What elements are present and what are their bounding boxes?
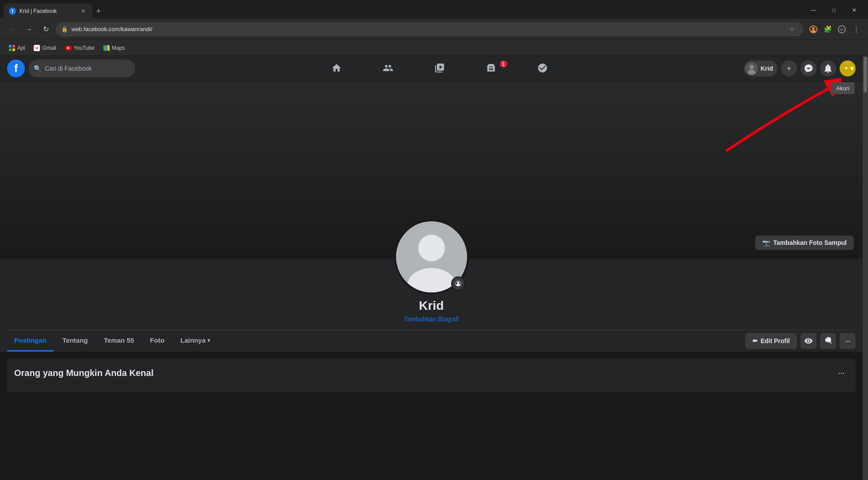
preview-btn[interactable] (801, 333, 816, 349)
fb-search-placeholder: Cari di Facebook (45, 65, 92, 72)
svg-marker-16 (107, 45, 110, 51)
svg-point-24 (457, 282, 459, 284)
tab-foto[interactable]: Foto (143, 330, 171, 352)
bookmark-gmail[interactable]: M Gmail (30, 43, 59, 53)
chevron-down-icon: ▾ (207, 337, 210, 344)
bookmark-apl-label: Apl (17, 45, 25, 51)
ellipsis-icon: ··· (845, 336, 850, 346)
lock-icon: 🔒 (61, 26, 68, 32)
tab-favicon: f (9, 8, 16, 15)
browser-frame: f Krid | Facebook ✕ + — □ ✕ ← → ↻ 🔒 web.… (0, 0, 868, 480)
suggestions-title: Orang yang Mungkin Anda Kenal (14, 368, 154, 378)
create-btn[interactable]: + (781, 60, 797, 76)
fb-nav-home[interactable] (312, 58, 361, 79)
profile-tab-actions: ✏ Edit Profil (745, 333, 856, 349)
tab-tentang[interactable]: Tentang (55, 330, 95, 352)
cover-photo: 📷 Tambahkan Foto Sampul (0, 81, 863, 259)
fb-nav-center: 1 (139, 58, 740, 79)
fb-nav-right: Krid + (744, 60, 856, 76)
pencil-icon: ✏ (753, 337, 758, 344)
refresh-button[interactable]: ↻ (39, 23, 52, 36)
back-button[interactable]: ← (5, 23, 19, 36)
add-cover-photo-btn[interactable]: 📷 Tambahkan Foto Sampul (755, 236, 854, 250)
svg-text:f: f (12, 8, 13, 14)
menu-btn[interactable]: ⋮ (849, 23, 863, 36)
svg-point-3 (812, 27, 815, 30)
scrollbar[interactable] (863, 56, 868, 480)
fb-nav-friends[interactable] (363, 58, 413, 79)
messenger-btn[interactable] (801, 60, 816, 76)
add-bio-link[interactable]: Tambahkan Biografi (0, 316, 863, 323)
search-profile-btn[interactable] (820, 333, 836, 349)
bookmark-apl[interactable]: Apl (5, 43, 28, 53)
profile-icon-btn[interactable] (807, 23, 820, 36)
suggestions-more-btn[interactable]: ··· (834, 366, 848, 380)
profile-avatar-edit-btn[interactable] (451, 276, 465, 291)
tab-close-button[interactable]: ✕ (79, 7, 87, 15)
fb-nav-watch[interactable] (415, 58, 464, 79)
maximize-button[interactable]: □ (824, 4, 844, 17)
nav-bar: ← → ↻ 🔒 web.facebook.com/kawanrandi/ ☆ 🧩 (0, 19, 868, 40)
facebook-page: f 🔍 Cari di Facebook (0, 56, 863, 480)
extensions-btn[interactable]: 🧩 (821, 23, 834, 36)
fb-navbar: f 🔍 Cari di Facebook (0, 56, 863, 81)
new-tab-button[interactable]: + (92, 5, 105, 17)
tab-lainnya[interactable]: Lainnya ▾ (173, 330, 217, 352)
marketplace-badge: 1 (500, 60, 507, 68)
fb-search-box[interactable]: 🔍 Cari di Facebook (28, 60, 135, 77)
camera-icon: 📷 (762, 239, 770, 246)
star-icon[interactable]: ☆ (786, 24, 798, 35)
active-tab[interactable]: f Krid | Facebook ✕ (4, 4, 92, 19)
svg-point-18 (749, 65, 754, 69)
svg-rect-6 (9, 45, 12, 48)
svg-text:M: M (36, 47, 38, 50)
fb-nav-marketplace[interactable]: 1 (466, 58, 516, 79)
fb-nav-groups[interactable] (518, 58, 567, 79)
edit-profil-btn[interactable]: ✏ Edit Profil (745, 333, 797, 349)
forward-button[interactable]: → (22, 23, 36, 36)
bookmark-maps[interactable]: Maps (100, 43, 128, 53)
nav-right-icons: 🧩 ⟳ ⋮ (807, 23, 863, 36)
profile-name: Krid (0, 299, 863, 313)
user-name: Krid (761, 65, 773, 72)
profile-tabs: Postingan Tentang Teman 55 Foto Lainnya … (0, 330, 863, 352)
address-actions: ☆ (786, 24, 798, 35)
close-button[interactable]: ✕ (844, 4, 864, 17)
tab-title: Krid | Facebook (20, 8, 75, 14)
scrollbar-thumb[interactable] (864, 57, 867, 92)
address-bar[interactable]: 🔒 web.facebook.com/kawanrandi/ ☆ (56, 22, 803, 36)
page-content: f 🔍 Cari di Facebook (0, 56, 868, 480)
tab-teman[interactable]: Teman 55 (97, 330, 141, 352)
bookmark-gmail-label: Gmail (42, 45, 56, 51)
bookmark-youtube-label: YouTube (74, 45, 95, 51)
sync-btn[interactable]: ⟳ (835, 23, 848, 36)
profile-avatar-container (394, 220, 469, 294)
bookmark-youtube[interactable]: YouTube (62, 43, 98, 53)
minimize-button[interactable]: — (803, 4, 824, 17)
svg-rect-7 (12, 45, 15, 48)
user-avatar (745, 62, 758, 75)
bookmarks-bar: Apl M Gmail YouTube M (0, 40, 868, 56)
svg-rect-8 (9, 48, 12, 51)
more-options-btn[interactable]: ··· (840, 333, 856, 349)
suggestions-card: Orang yang Mungkin Anda Kenal ··· (7, 359, 856, 392)
account-btn[interactable]: ▾ (840, 60, 856, 76)
svg-rect-9 (12, 48, 15, 51)
bookmark-maps-label: Maps (112, 45, 125, 51)
address-text: web.facebook.com/kawanrandi/ (71, 26, 783, 32)
svg-marker-15 (106, 45, 107, 51)
notifications-btn[interactable] (820, 60, 836, 76)
fb-search-icon: 🔍 (34, 65, 41, 72)
fb-user-pill[interactable]: Krid (744, 60, 777, 76)
svg-point-21 (418, 235, 445, 261)
tab-bar: f Krid | Facebook ✕ + — □ ✕ (0, 0, 868, 19)
suggestions-header: Orang yang Mungkin Anda Kenal ··· (14, 366, 848, 380)
window-controls: — □ ✕ (803, 4, 864, 17)
fb-main-content: Orang yang Mungkin Anda Kenal ··· (0, 352, 863, 480)
tab-postingan[interactable]: Postingan (7, 330, 54, 352)
svg-text:⟳: ⟳ (840, 28, 844, 32)
fb-logo[interactable]: f (7, 60, 25, 77)
